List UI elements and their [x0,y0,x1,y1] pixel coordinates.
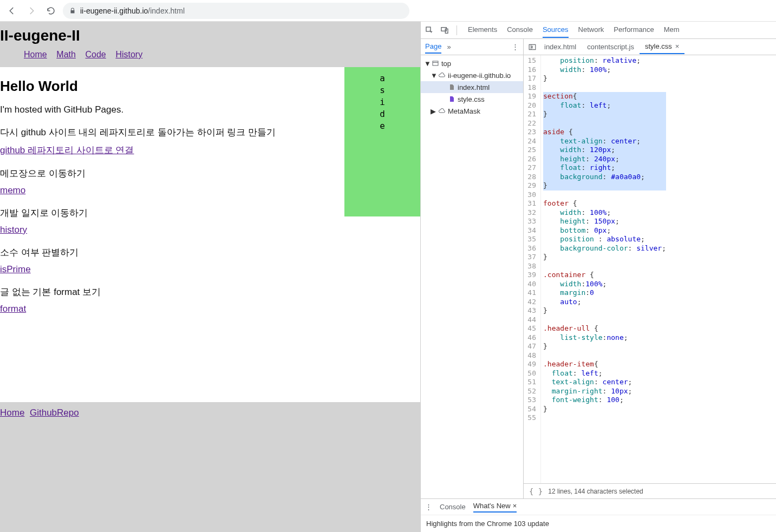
navigator-menu-button[interactable]: ⋮ [512,43,519,51]
editor-tab-contentscript[interactable]: contentscript.js [582,40,640,54]
devtools-tabs: Elements Console Sources Network Perform… [462,22,680,38]
section-heading: Hello World [0,78,344,95]
editor-tab-style[interactable]: style.css× [640,40,684,54]
tree-label: top [441,60,451,68]
link-format[interactable]: format [0,304,344,314]
page-title: II-eugene-II [0,27,420,48]
aside-char: i [344,96,420,108]
tab-sources[interactable]: Sources [543,22,569,38]
main-section: Hello World I'm hosted with GitHub Pages… [0,67,344,325]
devtools-drawer: ⋮ Console What's New× Highlights from th… [421,498,776,532]
aside-char: a [344,73,420,84]
reload-button[interactable] [43,3,58,18]
nav-link-history[interactable]: History [115,50,142,59]
close-icon[interactable]: × [513,502,517,510]
sidebar-icon [529,43,536,51]
section-text: 다시 github 사이트 내의 레파지토리로 돌아가는 하이퍼 링크 만들기 [0,126,344,139]
device-toolbar-button[interactable] [438,24,451,37]
section-text: 개발 일지로 이동하기 [0,207,344,219]
navigator-tab-page[interactable]: Page [425,40,441,54]
rendered-page: II-eugene-II Home Math Code History a s … [0,22,420,532]
aside-char: e [344,120,420,132]
lock-icon [69,8,76,14]
aside-char: s [344,84,420,96]
cloud-icon [438,107,446,115]
drawer-tab-whatsnew[interactable]: What's New× [473,502,517,513]
tree-label: MetaMask [448,107,480,115]
inspect-element-button[interactable] [423,24,436,37]
devtools: Elements Console Sources Network Perform… [420,22,776,532]
tab-memory[interactable]: Mem [664,22,680,38]
drawer-tab-console[interactable]: Console [440,503,466,511]
tab-network[interactable]: Network [578,22,604,38]
nav-link-math[interactable]: Math [56,50,76,59]
link-github-repo[interactable]: github 레파지토리 사이트로 연결 [0,144,344,156]
back-button[interactable] [4,3,19,18]
aside-box: a s i d e [344,67,420,216]
svg-rect-5 [529,44,536,49]
tree-file-index[interactable]: index.html [421,81,523,93]
tree-top[interactable]: ▼ top [421,57,523,69]
page-header: II-eugene-II Home Math Code History [0,22,420,67]
section-text: 글 없는 기본 format 보기 [0,286,344,298]
browser-toolbar: ii-eugene-ii.github.io/index.html [0,0,776,22]
tree-label: ii-eugene-ii.github.io [448,71,511,80]
navigator-tabs: Page » ⋮ [421,39,523,55]
section-text: 소수 여부 판별하기 [0,246,344,259]
editor-tabs: index.html contentscript.js style.css× [524,39,776,55]
device-icon [440,26,449,35]
footer-link-githubrepo[interactable]: GithubRepo [30,408,79,418]
editor-panel: index.html contentscript.js style.css× 1… [524,39,776,498]
page-footer: Home GithubRepo [0,402,420,532]
tree-label: style.css [458,95,485,103]
address-bar[interactable]: ii-eugene-ii.github.io/index.html [63,3,409,19]
section-text: I'm hosted with GitHub Pages. [0,104,344,115]
code-editor[interactable]: 1516171819202122232425262728293031323334… [524,55,776,483]
tree-file-style[interactable]: style.css [421,93,523,105]
navigator-more-tabs[interactable]: » [447,43,451,51]
devtools-toolbar: Elements Console Sources Network Perform… [421,22,776,39]
tree-metamask[interactable]: ▶ MetaMask [421,105,523,117]
sources-navigator: Page » ⋮ ▼ top ▼ ii-eugene-ii.github.io [421,39,524,498]
reload-icon [46,6,56,16]
aside-char: d [344,108,420,120]
file-icon [448,95,455,103]
link-history[interactable]: history [0,225,344,235]
drawer-body: Highlights from the Chrome 103 update [421,515,776,532]
nav-link-home[interactable]: Home [24,50,47,59]
link-isprime[interactable]: isPrime [0,264,344,275]
pretty-print-button[interactable]: { } [529,487,543,496]
svg-rect-0 [426,27,431,31]
url-text: ii-eugene-ii.github.io/index.html [80,6,185,15]
editor-tab-index[interactable]: index.html [539,40,582,54]
nav-link-code[interactable]: Code [86,50,106,59]
tab-console[interactable]: Console [507,22,533,38]
svg-rect-3 [433,61,438,65]
close-icon[interactable]: × [675,42,680,50]
file-tree: ▼ top ▼ ii-eugene-ii.github.io index.htm… [421,55,523,119]
file-icon [448,83,455,91]
window-icon [432,60,439,67]
editor-statusbar: { } 12 lines, 144 characters selected [524,483,776,498]
forward-button[interactable] [24,3,39,18]
drawer-tabs: ⋮ Console What's New× [421,499,776,515]
arrow-left-icon [7,6,17,16]
arrow-right-icon [27,6,36,16]
cloud-icon [438,71,446,79]
status-text: 12 lines, 144 characters selected [548,488,643,495]
header-nav: Home Math Code History [0,48,420,62]
link-memo[interactable]: memo [0,185,344,196]
tree-label: index.html [458,83,490,91]
drawer-menu-button[interactable]: ⋮ [425,503,432,511]
inspect-icon [425,26,434,35]
tree-domain[interactable]: ▼ ii-eugene-ii.github.io [421,69,523,81]
tab-performance[interactable]: Performance [614,22,654,38]
toggle-navigator-button[interactable] [526,41,539,54]
footer-link-home[interactable]: Home [0,408,24,418]
tab-elements[interactable]: Elements [468,22,497,38]
section-text: 메모장으로 이동하기 [0,167,344,180]
